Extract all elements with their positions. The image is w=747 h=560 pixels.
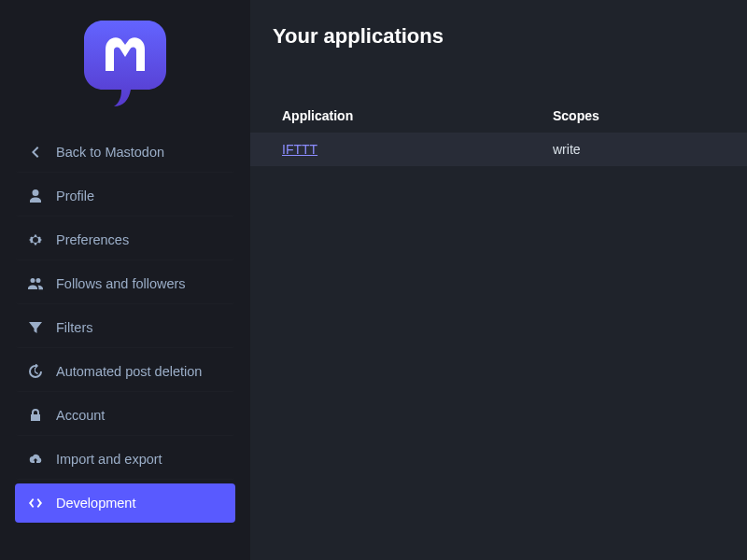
- sidebar-item-label: Follows and followers: [56, 276, 186, 291]
- sidebar-item-label: Account: [56, 408, 105, 423]
- user-icon: [28, 189, 43, 203]
- sidebar-item-preferences[interactable]: Preferences: [15, 220, 235, 260]
- sidebar-item-filters[interactable]: Filters: [15, 308, 235, 348]
- sidebar-item-label: Import and export: [56, 452, 162, 467]
- application-scopes: write: [553, 142, 732, 157]
- sidebar-item-back[interactable]: Back to Mastodon: [15, 133, 235, 173]
- code-icon: [28, 496, 43, 511]
- sidebar-item-label: Preferences: [56, 232, 129, 247]
- gear-icon: [28, 232, 43, 247]
- sidebar-nav: Back to Mastodon Profile Preferences Fol…: [0, 133, 250, 523]
- application-link[interactable]: IFTTT: [282, 142, 317, 157]
- sidebar-item-label: Automated post deletion: [56, 364, 202, 379]
- main-content: Your applications Application Scopes IFT…: [250, 0, 747, 560]
- table-header-row: Application Scopes: [250, 99, 747, 133]
- lock-icon: [28, 408, 43, 423]
- sidebar-item-auto-delete[interactable]: Automated post deletion: [15, 352, 235, 392]
- sidebar-item-label: Profile: [56, 189, 94, 203]
- mastodon-logo[interactable]: [84, 21, 166, 106]
- sidebar-item-follows[interactable]: Follows and followers: [15, 264, 235, 304]
- page-title: Your applications: [273, 24, 747, 49]
- sidebar: Back to Mastodon Profile Preferences Fol…: [0, 0, 250, 560]
- filter-icon: [28, 320, 43, 335]
- users-icon: [28, 276, 43, 291]
- sidebar-item-import-export[interactable]: Import and export: [15, 440, 235, 480]
- sidebar-item-development[interactable]: Development: [15, 483, 235, 523]
- sidebar-item-label: Development: [56, 496, 135, 511]
- table-row: IFTTT write: [250, 133, 747, 166]
- sidebar-item-label: Back to Mastodon: [56, 145, 164, 160]
- sidebar-item-profile[interactable]: Profile: [15, 176, 235, 217]
- cloud-icon: [28, 452, 43, 467]
- history-icon: [28, 364, 43, 379]
- applications-table: Application Scopes IFTTT write: [250, 99, 747, 166]
- col-header-scopes: Scopes: [553, 108, 732, 123]
- logo-area: [0, 9, 250, 133]
- chevron-left-icon: [28, 145, 43, 160]
- sidebar-item-label: Filters: [56, 320, 92, 335]
- col-header-application: Application: [282, 108, 553, 123]
- sidebar-item-account[interactable]: Account: [15, 396, 235, 436]
